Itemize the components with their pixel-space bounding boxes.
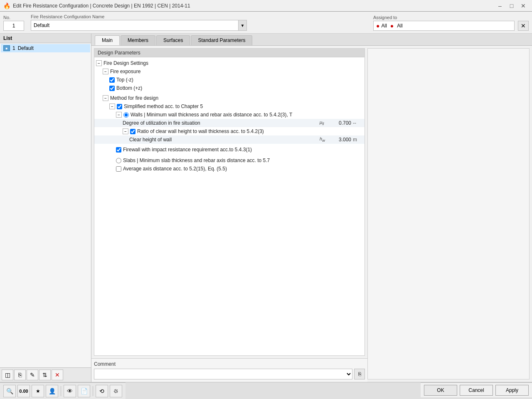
minimize-button[interactable]: –: [495, 2, 505, 10]
move-list-item-button[interactable]: ⇅: [39, 369, 51, 380]
tab-members[interactable]: Members: [121, 35, 155, 45]
tree-node-clear-height: Clear height of wall hw 3.000 m: [94, 135, 365, 144]
list-item[interactable]: ■ 1 Default: [1, 44, 90, 52]
list-item-icon: ■: [3, 45, 10, 51]
label-ratio-clear-wall: Ratio of clear wall height to wall thick…: [137, 128, 363, 134]
label-average-axis: Average axis distance acc. to 5.2(15), E…: [123, 166, 363, 172]
close-button[interactable]: ✕: [518, 2, 529, 10]
bottom-toolbar: 🔍 0.00 ★ 👤 👁 📄 ⟲ ⛭: [0, 382, 126, 399]
label-clear-height: Clear height of wall: [129, 137, 320, 143]
ok-button[interactable]: OK: [424, 385, 457, 396]
unit-clear-height: m: [353, 137, 363, 143]
name-label: Fire Resistance Configuration Name: [31, 14, 358, 19]
header-row: No. Fire Resistance Configuration Name ▼…: [0, 12, 532, 34]
radio-walls-min[interactable]: [123, 112, 129, 118]
assigned-all1: All: [381, 23, 387, 29]
right-info-panel: [367, 48, 530, 379]
tree-node-degree-utilization: Degree of utilization in fire situation …: [94, 119, 365, 127]
checkbox-ratio-clear-wall[interactable]: [130, 129, 135, 134]
toolbar-sep-2: [93, 386, 93, 396]
tab-main[interactable]: Main: [95, 35, 120, 45]
toolbar-sep-1: [61, 386, 61, 396]
tree-node-slabs-min: Slabs | Minimum slab thickness and rebar…: [94, 156, 365, 165]
comment-row: ⎘: [94, 369, 365, 379]
comment-copy-button[interactable]: ⎘: [354, 369, 365, 379]
assigned-group: Assigned to ● All ● All ✕: [373, 15, 529, 31]
name-input-wrapper: ▼: [31, 20, 247, 31]
toolbar-number-button[interactable]: 0.00: [17, 385, 30, 397]
tree-node-method-fire-design: − Method for fire design: [94, 94, 365, 102]
design-panel: Design Parameters − Fire Design Settings…: [94, 48, 365, 356]
comment-section: Comment ⎘: [91, 358, 367, 382]
panels-row: Design Parameters − Fire Design Settings…: [91, 46, 532, 382]
rename-list-item-button[interactable]: ✎: [27, 369, 38, 380]
expand-simplified-method[interactable]: −: [109, 103, 115, 109]
expand-ratio-clear-wall[interactable]: −: [123, 128, 128, 134]
no-label: No.: [3, 15, 24, 20]
expand-fire-design-settings[interactable]: −: [96, 60, 102, 66]
tree-node-bottom-plus-z: Bottom (+z): [94, 84, 365, 92]
expand-method-fire-design[interactable]: −: [103, 95, 108, 101]
label-fire-exposure: Fire exposure: [110, 69, 363, 74]
add-list-item-button[interactable]: ◫: [2, 369, 13, 380]
checkbox-top-minus-z[interactable]: [109, 77, 115, 83]
tabs-row: Main Members Surfaces Standard Parameter…: [91, 34, 532, 46]
expand-fire-exposure[interactable]: −: [103, 69, 108, 74]
tree-node-top-minus-z: Top (-z): [94, 76, 365, 84]
left-panel: List ■ 1 Default ◫ ⎘ ✎ ⇅ ✕: [0, 34, 91, 382]
tree-node-walls-min: − Walls | Minimum wall thickness and reb…: [94, 111, 365, 119]
label-firewall-impact: Firewall with impact resistance requirem…: [123, 147, 363, 153]
checkbox-firewall-impact[interactable]: [116, 147, 121, 153]
design-parameters-header: Design Parameters: [94, 49, 365, 57]
checkbox-bottom-plus-z[interactable]: [109, 86, 115, 91]
list-item-number: 1: [12, 45, 15, 51]
design-area: Design Parameters − Fire Design Settings…: [91, 46, 367, 382]
title-bar-icon: 🔥: [3, 2, 10, 9]
symbol-degree-utilization: μfi: [320, 120, 332, 126]
apply-button[interactable]: Apply: [495, 385, 529, 396]
toolbar-select-button[interactable]: ★: [32, 385, 44, 397]
assigned-filter-button[interactable]: ✕: [518, 21, 529, 31]
toolbar-settings-button[interactable]: ⛭: [110, 385, 122, 397]
unit-degree-utilization: --: [353, 120, 363, 126]
assigned-input: ● All ● All: [373, 21, 515, 31]
comment-select[interactable]: [94, 369, 352, 379]
no-input[interactable]: [3, 21, 24, 31]
comment-label: Comment: [94, 361, 365, 367]
maximize-button[interactable]: □: [506, 2, 517, 10]
tree-node-ratio-clear-wall: − Ratio of clear wall height to wall thi…: [94, 127, 365, 135]
toolbar-undo-button[interactable]: ⟲: [96, 385, 108, 397]
value-degree-utilization: 0.700: [332, 120, 353, 126]
toolbar-search-button[interactable]: 🔍: [3, 385, 16, 397]
name-input[interactable]: [31, 20, 238, 30]
list-header: List: [0, 34, 91, 43]
name-field-group: Fire Resistance Configuration Name ▼: [31, 14, 358, 31]
expand-walls-min[interactable]: −: [116, 112, 122, 118]
assigned-label: Assigned to: [373, 15, 529, 20]
delete-list-item-button[interactable]: ✕: [52, 369, 63, 380]
label-walls-min: Walls | Minimum wall thickness and rebar…: [131, 112, 363, 118]
copy-list-item-button[interactable]: ⎘: [14, 369, 26, 380]
cancel-button[interactable]: Cancel: [460, 385, 493, 396]
no-field-group: No.: [3, 15, 24, 31]
name-dropdown-arrow[interactable]: ▼: [238, 20, 246, 30]
label-slabs-min: Slabs | Minimum slab thickness and rebar…: [123, 158, 363, 163]
symbol-clear-height: hw: [320, 136, 332, 143]
toolbar-export-button[interactable]: 📄: [78, 385, 90, 397]
label-fire-design-settings: Fire Design Settings: [103, 60, 363, 66]
checkbox-average-axis[interactable]: [116, 166, 121, 172]
tab-standard-parameters[interactable]: Standard Parameters: [191, 35, 252, 45]
radio-slabs-min[interactable]: [116, 158, 121, 163]
label-top-minus-z: Top (-z): [116, 77, 363, 83]
list-actions: ◫ ⎘ ✎ ⇅ ✕: [0, 367, 91, 382]
tab-surfaces[interactable]: Surfaces: [156, 35, 190, 45]
list-item-label: Default: [18, 45, 34, 51]
checkbox-simplified-method[interactable]: [117, 104, 122, 109]
bottom-area: 🔍 0.00 ★ 👤 👁 📄 ⟲ ⛭ OK Cancel Apply: [0, 382, 532, 399]
toolbar-users-button[interactable]: 👤: [46, 385, 58, 397]
tree-node-fire-exposure: − Fire exposure: [94, 67, 365, 76]
toolbar-view-button[interactable]: 👁: [64, 385, 76, 397]
label-degree-utilization: Degree of utilization in fire situation: [123, 120, 320, 126]
list-items: ■ 1 Default: [0, 43, 91, 367]
dialog-buttons: OK Cancel Apply: [421, 382, 532, 397]
